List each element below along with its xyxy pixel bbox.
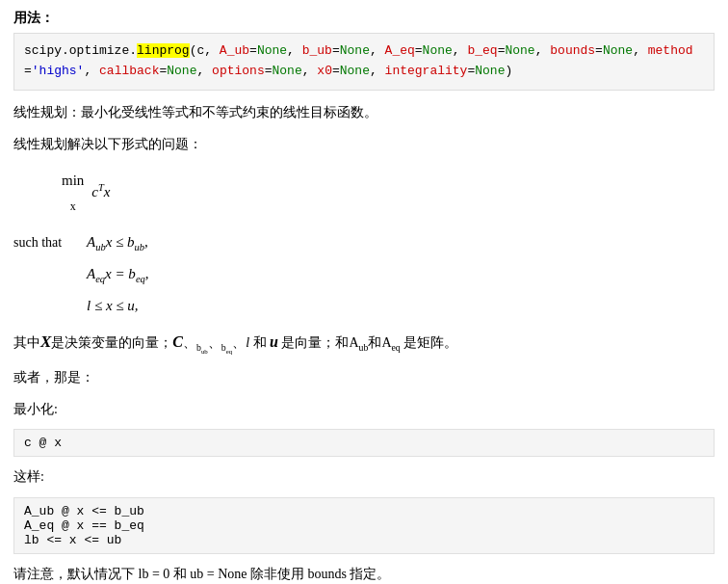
description2: 其中X是决策变量的向量；C、bub、beq、l 和 u 是向量；和Aub和Aeq…	[13, 328, 715, 358]
var-X: X	[40, 332, 51, 351]
note-text: 请注意，默认情况下 lb = 0 和 ub = None 除非使用 bounds…	[13, 562, 715, 584]
var-C: C	[172, 333, 183, 350]
code-prefix: scipy.optimize.	[24, 43, 137, 58]
st-math-2: Aeqx = beq,	[87, 259, 149, 289]
st-row-3: l ≤ x ≤ u,	[13, 291, 715, 320]
such-that-block: such that Aubx ≤ bub, Aeqx = beq, l ≤ x …	[13, 227, 715, 320]
code-function: linprog	[137, 43, 190, 58]
min-label: min x	[62, 166, 84, 218]
code-signature: scipy.optimize.linprog(c, A_ub=None, b_u…	[13, 33, 715, 91]
such-that-text-label: 这样:	[13, 465, 715, 489]
st-math-3: l ≤ x ≤ u,	[87, 291, 139, 320]
math-min-row: min x cTx	[62, 166, 715, 218]
math-c: cTx	[91, 177, 110, 206]
st-row-1: such that Aubx ≤ bub,	[13, 227, 715, 257]
st-row-2: Aeqx = beq,	[13, 259, 715, 289]
math-block: min x cTx	[62, 166, 715, 218]
st-math-1: Aubx ≤ bub,	[87, 227, 148, 257]
var-u: u	[270, 333, 278, 350]
description-line1: 线性规划：最小化受线性等式和不等式约束的线性目标函数。	[13, 100, 715, 124]
min-text: min	[62, 166, 84, 195]
or-label: 或者，那是：	[13, 365, 715, 389]
min-subscript: x	[70, 195, 76, 218]
usage-label: 用法：	[13, 10, 715, 27]
such-that-label: such that	[13, 229, 81, 256]
code-minimize: c @ x	[13, 429, 715, 457]
page-wrapper: 用法： scipy.optimize.linprog(c, A_ub=None,…	[0, 0, 728, 584]
minimize-label: 最小化:	[13, 397, 715, 421]
code-constraints: A_ub @ x <= b_ub A_eq @ x == b_eq lb <= …	[13, 497, 715, 554]
description-line2: 线性规划解决以下形式的问题：	[13, 132, 715, 156]
